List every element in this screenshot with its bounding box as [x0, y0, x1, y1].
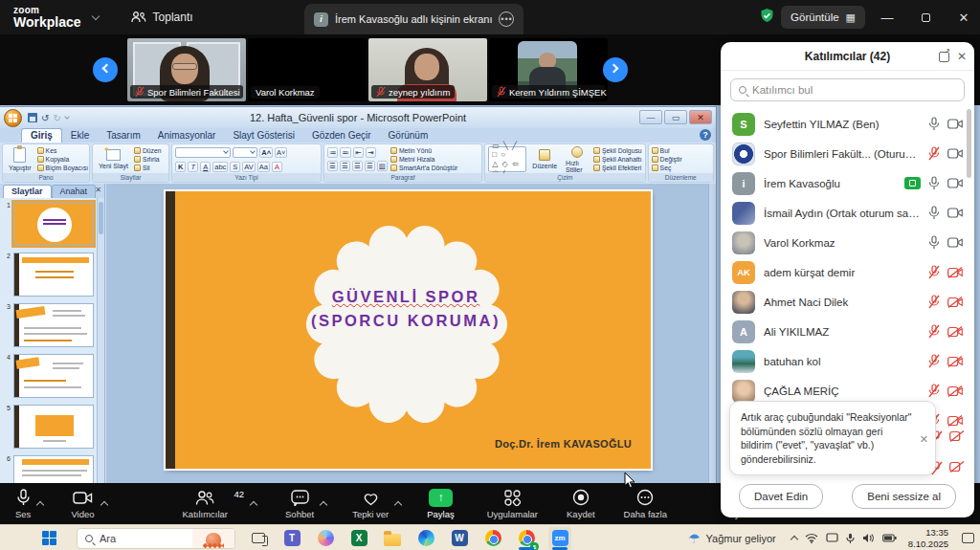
bullets-button[interactable]: ≔ [327, 147, 339, 158]
tray-expand-chevron-icon[interactable] [791, 534, 797, 542]
shape-fill-button[interactable]: Şekil Dolgusu [593, 147, 642, 154]
participant-row[interactable]: İsmail Aydın (Ortak oturum sahibi) [721, 198, 974, 228]
participant-search-input[interactable] [752, 84, 956, 96]
chrome-icon[interactable] [481, 527, 504, 550]
font-size-select[interactable] [233, 147, 257, 158]
more-button[interactable]: Daha fazla [624, 489, 667, 519]
mic-muted-icon[interactable] [928, 384, 940, 398]
mic-icon[interactable] [928, 176, 940, 190]
mic-icon[interactable] [928, 235, 940, 250]
camera-icon[interactable] [947, 119, 963, 129]
video-tile[interactable]: Varol Korkmaz [248, 38, 367, 101]
reset-button[interactable]: Sıfırla [134, 156, 162, 163]
chevron-down-icon[interactable] [91, 11, 99, 19]
mic-muted-icon[interactable] [928, 146, 940, 161]
slide-thumbnail[interactable]: 1 [4, 202, 95, 246]
chat-button[interactable]: Sohbet [285, 489, 314, 519]
search-highlight-image[interactable] [192, 529, 234, 549]
wifi-icon[interactable] [805, 533, 818, 543]
camera-off-icon[interactable] [947, 415, 963, 427]
align-text-button[interactable]: Metni Hizala [390, 156, 457, 163]
replace-button[interactable]: Değiştir [652, 156, 682, 163]
camera-off-icon[interactable] [947, 326, 963, 338]
invite-button[interactable]: Davet Edin [739, 484, 823, 509]
slide-canvas[interactable]: GÜVENLİ SPOR (SPORCU KORUMA) Doç.Dr. İre… [166, 191, 651, 469]
taskbar-search-input[interactable] [100, 533, 186, 544]
slides-pane-scrollbar[interactable] [97, 198, 104, 483]
start-button[interactable] [42, 531, 56, 545]
tab-shared-screen[interactable]: i İrem Kavasoğlu adlı kişinin ekranı ••• [304, 4, 523, 34]
camera-icon[interactable] [947, 208, 963, 218]
tab-animasyonlar[interactable]: Animasyonlar [149, 129, 225, 143]
participant-row[interactable]: i İrem Kavasoğlu [721, 168, 974, 198]
underline-button[interactable]: A [200, 162, 211, 172]
previous-videos-button[interactable] [93, 57, 118, 82]
arrange-button[interactable]: Düzenle [529, 146, 560, 172]
reactions-chevron-icon[interactable] [395, 495, 401, 512]
zoom-app-icon[interactable]: zm [548, 527, 571, 550]
find-button[interactable]: Bul [652, 147, 682, 154]
copy-button[interactable]: Kopyala [37, 156, 89, 163]
camera-icon[interactable] [947, 178, 963, 188]
close-button[interactable]: ✕ [947, 0, 980, 34]
file-explorer-icon[interactable] [381, 527, 404, 550]
tab-giris[interactable]: Giriş [21, 128, 62, 143]
mic-muted-icon[interactable] [928, 265, 940, 279]
strikethrough-button[interactable]: abc [212, 162, 228, 172]
text-direction-button[interactable]: Metin Yönü [390, 147, 457, 154]
align-center-button[interactable]: ☰ [340, 161, 350, 171]
popout-icon[interactable]: ↗ [939, 52, 949, 62]
shrink-font-button[interactable]: A˅ [275, 147, 287, 158]
indent-increase-button[interactable]: ⇥ [366, 147, 376, 158]
mic-muted-icon[interactable] [928, 295, 940, 309]
audio-button[interactable]: Ses [15, 489, 31, 519]
teams-icon[interactable]: T [280, 527, 303, 550]
video-tile[interactable]: Spor Bilimleri Fakültesi [127, 38, 246, 101]
tab-slaytlar[interactable]: Slaytlar [3, 185, 52, 198]
numbering-button[interactable]: ≕ [340, 147, 351, 158]
video-button[interactable]: Video [71, 489, 94, 519]
ppt-close-button[interactable]: ✕ [689, 110, 712, 124]
record-button[interactable]: Kaydet [567, 489, 595, 519]
participant-row[interactable]: AK adem kürşat demir [721, 257, 974, 287]
participant-row[interactable]: A Ali YIKILMAZ [721, 317, 974, 346]
slide-thumbnail[interactable]: 6 [4, 455, 95, 483]
minimize-button[interactable]: — [871, 0, 903, 34]
excel-icon[interactable]: X [347, 527, 370, 550]
taskbar-clock[interactable]: 13:35 8.10.2025 [908, 527, 948, 549]
camera-off-icon[interactable] [947, 385, 963, 397]
participant-row[interactable]: S Seyfettin YILMAZ (Ben) [721, 109, 974, 139]
task-view-button[interactable] [247, 527, 270, 550]
tab-tasarim[interactable]: Tasarım [98, 129, 149, 143]
tab-anahat[interactable]: Anahat [52, 185, 97, 198]
mic-icon[interactable] [928, 206, 940, 220]
participant-search[interactable] [730, 78, 965, 101]
audio-options-chevron-icon[interactable] [37, 495, 43, 512]
camera-icon[interactable] [947, 148, 963, 159]
tray-mic-icon[interactable] [846, 533, 855, 544]
participants-chevron-icon[interactable] [251, 495, 256, 512]
chrome-profile-icon[interactable]: s [515, 527, 538, 550]
video-tile[interactable]: zeynep yıldırım [368, 38, 487, 101]
close-pane-icon[interactable]: ✕ [95, 186, 101, 194]
bold-button[interactable]: K [175, 162, 186, 172]
word-icon[interactable]: W [448, 527, 471, 550]
maximize-button[interactable] [909, 0, 942, 34]
select-button[interactable]: Seç [652, 165, 682, 171]
edge-icon[interactable] [414, 527, 437, 550]
align-left-button[interactable]: ☰ [327, 161, 338, 171]
camera-off-icon[interactable] [947, 297, 963, 308]
smartart-button[interactable]: SmartArt'a Dönüştür [390, 165, 457, 171]
participant-row[interactable]: Ahmet Naci Dilek [721, 287, 974, 317]
ppt-minimize-button[interactable]: — [639, 110, 662, 124]
ppt-maximize-button[interactable]: ▭ [664, 110, 687, 124]
copilot-icon[interactable] [314, 527, 337, 550]
tab-gozden-gecir[interactable]: Gözden Geçir [303, 129, 380, 143]
panel-close-icon[interactable]: ✕ [957, 50, 967, 63]
cast-icon[interactable] [826, 533, 838, 543]
camera-icon[interactable] [947, 237, 963, 248]
video-options-chevron-icon[interactable] [101, 495, 107, 512]
layout-button[interactable]: Düzen [134, 147, 162, 154]
apps-button[interactable]: Uygulamalar [487, 489, 538, 519]
mute-me-button[interactable]: Beni sessize al [852, 484, 956, 509]
